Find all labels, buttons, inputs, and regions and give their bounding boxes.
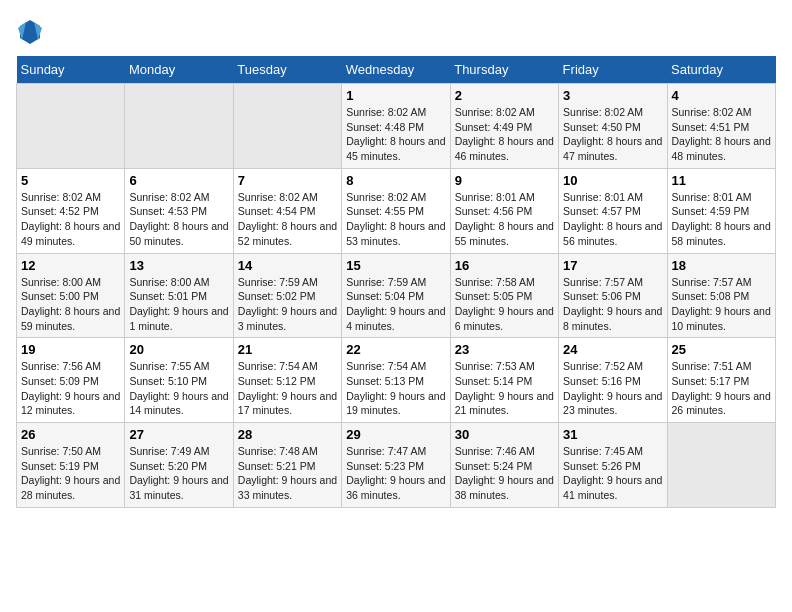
- day-number: 11: [672, 173, 771, 188]
- day-number: 28: [238, 427, 337, 442]
- day-number: 15: [346, 258, 445, 273]
- day-content: Sunrise: 7:48 AMSunset: 5:21 PMDaylight:…: [238, 444, 337, 503]
- day-number: 20: [129, 342, 228, 357]
- day-content: Sunrise: 8:01 AMSunset: 4:59 PMDaylight:…: [672, 190, 771, 249]
- calendar-cell: 25Sunrise: 7:51 AMSunset: 5:17 PMDayligh…: [667, 338, 775, 423]
- day-number: 19: [21, 342, 120, 357]
- weekday-header-tuesday: Tuesday: [233, 56, 341, 84]
- day-content: Sunrise: 7:46 AMSunset: 5:24 PMDaylight:…: [455, 444, 554, 503]
- calendar-cell: 2Sunrise: 8:02 AMSunset: 4:49 PMDaylight…: [450, 84, 558, 169]
- day-content: Sunrise: 8:02 AMSunset: 4:53 PMDaylight:…: [129, 190, 228, 249]
- calendar-cell: 29Sunrise: 7:47 AMSunset: 5:23 PMDayligh…: [342, 423, 450, 508]
- day-number: 12: [21, 258, 120, 273]
- day-content: Sunrise: 8:02 AMSunset: 4:51 PMDaylight:…: [672, 105, 771, 164]
- calendar-cell: 24Sunrise: 7:52 AMSunset: 5:16 PMDayligh…: [559, 338, 667, 423]
- day-number: 14: [238, 258, 337, 273]
- day-content: Sunrise: 8:02 AMSunset: 4:54 PMDaylight:…: [238, 190, 337, 249]
- day-content: Sunrise: 8:02 AMSunset: 4:48 PMDaylight:…: [346, 105, 445, 164]
- logo: [16, 16, 48, 44]
- day-content: Sunrise: 8:01 AMSunset: 4:56 PMDaylight:…: [455, 190, 554, 249]
- calendar-cell: 16Sunrise: 7:58 AMSunset: 5:05 PMDayligh…: [450, 253, 558, 338]
- calendar-cell: [17, 84, 125, 169]
- day-number: 1: [346, 88, 445, 103]
- day-number: 30: [455, 427, 554, 442]
- day-content: Sunrise: 7:54 AMSunset: 5:12 PMDaylight:…: [238, 359, 337, 418]
- day-content: Sunrise: 7:52 AMSunset: 5:16 PMDaylight:…: [563, 359, 662, 418]
- weekday-header-saturday: Saturday: [667, 56, 775, 84]
- day-number: 13: [129, 258, 228, 273]
- day-content: Sunrise: 7:47 AMSunset: 5:23 PMDaylight:…: [346, 444, 445, 503]
- day-number: 8: [346, 173, 445, 188]
- calendar-cell: 21Sunrise: 7:54 AMSunset: 5:12 PMDayligh…: [233, 338, 341, 423]
- day-content: Sunrise: 8:00 AMSunset: 5:00 PMDaylight:…: [21, 275, 120, 334]
- calendar-cell: 3Sunrise: 8:02 AMSunset: 4:50 PMDaylight…: [559, 84, 667, 169]
- day-content: Sunrise: 8:02 AMSunset: 4:49 PMDaylight:…: [455, 105, 554, 164]
- day-content: Sunrise: 8:02 AMSunset: 4:55 PMDaylight:…: [346, 190, 445, 249]
- day-number: 24: [563, 342, 662, 357]
- day-content: Sunrise: 7:58 AMSunset: 5:05 PMDaylight:…: [455, 275, 554, 334]
- day-number: 27: [129, 427, 228, 442]
- day-content: Sunrise: 8:02 AMSunset: 4:52 PMDaylight:…: [21, 190, 120, 249]
- calendar-cell: 28Sunrise: 7:48 AMSunset: 5:21 PMDayligh…: [233, 423, 341, 508]
- calendar-table: SundayMondayTuesdayWednesdayThursdayFrid…: [16, 56, 776, 508]
- calendar-cell: 6Sunrise: 8:02 AMSunset: 4:53 PMDaylight…: [125, 168, 233, 253]
- calendar-cell: 23Sunrise: 7:53 AMSunset: 5:14 PMDayligh…: [450, 338, 558, 423]
- day-content: Sunrise: 7:45 AMSunset: 5:26 PMDaylight:…: [563, 444, 662, 503]
- calendar-cell: [667, 423, 775, 508]
- calendar-cell: 11Sunrise: 8:01 AMSunset: 4:59 PMDayligh…: [667, 168, 775, 253]
- weekday-header-wednesday: Wednesday: [342, 56, 450, 84]
- day-number: 16: [455, 258, 554, 273]
- day-number: 31: [563, 427, 662, 442]
- day-content: Sunrise: 7:49 AMSunset: 5:20 PMDaylight:…: [129, 444, 228, 503]
- calendar-cell: 19Sunrise: 7:56 AMSunset: 5:09 PMDayligh…: [17, 338, 125, 423]
- calendar-cell: 1Sunrise: 8:02 AMSunset: 4:48 PMDaylight…: [342, 84, 450, 169]
- day-content: Sunrise: 7:59 AMSunset: 5:02 PMDaylight:…: [238, 275, 337, 334]
- day-number: 17: [563, 258, 662, 273]
- calendar-cell: 27Sunrise: 7:49 AMSunset: 5:20 PMDayligh…: [125, 423, 233, 508]
- day-number: 10: [563, 173, 662, 188]
- calendar-cell: 10Sunrise: 8:01 AMSunset: 4:57 PMDayligh…: [559, 168, 667, 253]
- day-content: Sunrise: 8:00 AMSunset: 5:01 PMDaylight:…: [129, 275, 228, 334]
- day-content: Sunrise: 8:01 AMSunset: 4:57 PMDaylight:…: [563, 190, 662, 249]
- calendar-cell: [125, 84, 233, 169]
- calendar-cell: 20Sunrise: 7:55 AMSunset: 5:10 PMDayligh…: [125, 338, 233, 423]
- calendar-cell: 15Sunrise: 7:59 AMSunset: 5:04 PMDayligh…: [342, 253, 450, 338]
- calendar-cell: 26Sunrise: 7:50 AMSunset: 5:19 PMDayligh…: [17, 423, 125, 508]
- weekday-header-monday: Monday: [125, 56, 233, 84]
- calendar-cell: 22Sunrise: 7:54 AMSunset: 5:13 PMDayligh…: [342, 338, 450, 423]
- day-number: 23: [455, 342, 554, 357]
- day-number: 5: [21, 173, 120, 188]
- calendar-cell: 12Sunrise: 8:00 AMSunset: 5:00 PMDayligh…: [17, 253, 125, 338]
- day-content: Sunrise: 7:54 AMSunset: 5:13 PMDaylight:…: [346, 359, 445, 418]
- calendar-cell: 30Sunrise: 7:46 AMSunset: 5:24 PMDayligh…: [450, 423, 558, 508]
- calendar-cell: 31Sunrise: 7:45 AMSunset: 5:26 PMDayligh…: [559, 423, 667, 508]
- day-number: 3: [563, 88, 662, 103]
- calendar-cell: 17Sunrise: 7:57 AMSunset: 5:06 PMDayligh…: [559, 253, 667, 338]
- day-number: 22: [346, 342, 445, 357]
- weekday-header-sunday: Sunday: [17, 56, 125, 84]
- logo-icon: [16, 16, 44, 44]
- day-number: 18: [672, 258, 771, 273]
- day-number: 2: [455, 88, 554, 103]
- day-content: Sunrise: 7:55 AMSunset: 5:10 PMDaylight:…: [129, 359, 228, 418]
- calendar-cell: 18Sunrise: 7:57 AMSunset: 5:08 PMDayligh…: [667, 253, 775, 338]
- day-content: Sunrise: 7:53 AMSunset: 5:14 PMDaylight:…: [455, 359, 554, 418]
- day-number: 9: [455, 173, 554, 188]
- weekday-header-friday: Friday: [559, 56, 667, 84]
- day-content: Sunrise: 7:57 AMSunset: 5:08 PMDaylight:…: [672, 275, 771, 334]
- day-number: 29: [346, 427, 445, 442]
- calendar-cell: 8Sunrise: 8:02 AMSunset: 4:55 PMDaylight…: [342, 168, 450, 253]
- day-number: 6: [129, 173, 228, 188]
- day-content: Sunrise: 7:50 AMSunset: 5:19 PMDaylight:…: [21, 444, 120, 503]
- calendar-cell: 9Sunrise: 8:01 AMSunset: 4:56 PMDaylight…: [450, 168, 558, 253]
- day-number: 7: [238, 173, 337, 188]
- day-content: Sunrise: 7:57 AMSunset: 5:06 PMDaylight:…: [563, 275, 662, 334]
- calendar-cell: [233, 84, 341, 169]
- day-number: 4: [672, 88, 771, 103]
- weekday-header-thursday: Thursday: [450, 56, 558, 84]
- day-number: 25: [672, 342, 771, 357]
- page-header: [16, 16, 776, 44]
- day-content: Sunrise: 7:56 AMSunset: 5:09 PMDaylight:…: [21, 359, 120, 418]
- calendar-cell: 7Sunrise: 8:02 AMSunset: 4:54 PMDaylight…: [233, 168, 341, 253]
- day-content: Sunrise: 7:59 AMSunset: 5:04 PMDaylight:…: [346, 275, 445, 334]
